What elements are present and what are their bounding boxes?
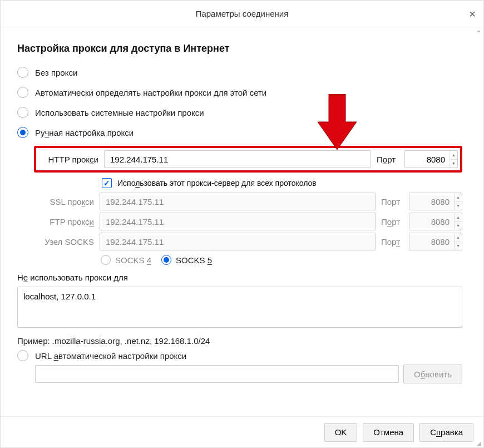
radio-icon xyxy=(101,255,111,265)
pac-url-input-row: Обновить xyxy=(35,365,462,383)
pac-url-input[interactable] xyxy=(35,365,399,383)
ftp-port-label: Порт xyxy=(381,217,403,227)
titlebar: Параметры соединения × xyxy=(1,1,483,27)
use-for-all-label: Использовать этот прокси-сервер для всех… xyxy=(117,179,317,188)
help-button[interactable]: Справка xyxy=(419,423,473,442)
ftp-port-input xyxy=(409,213,454,230)
socks-proxy-label: Узел SOCKS xyxy=(34,237,94,247)
http-port-label: Порт xyxy=(377,155,399,164)
ssl-port-input xyxy=(409,193,454,210)
page-heading: Настройка прокси для доступа в Интернет xyxy=(17,43,462,55)
ssl-port-spinner: ▲▼ xyxy=(409,193,462,210)
spinner-buttons: ▲▼ xyxy=(454,213,462,230)
ssl-proxy-host-input xyxy=(100,193,376,210)
radio-icon-checked xyxy=(17,127,28,138)
socks-version-group: SOCKS 4 SOCKS 5 xyxy=(101,255,462,265)
scrollbar[interactable]: ⌃ xyxy=(473,27,483,416)
cancel-button[interactable]: Отмена xyxy=(363,423,414,442)
scroll-up-icon[interactable]: ⌃ xyxy=(476,27,481,39)
radio-manual-proxy[interactable]: Ручная настройка прокси xyxy=(17,122,462,142)
ftp-port-spinner: ▲▼ xyxy=(409,213,462,230)
http-port-input[interactable] xyxy=(405,151,450,168)
radio-icon xyxy=(17,67,28,78)
ssl-port-label: Порт xyxy=(381,197,403,206)
dialog-footer: OK Отмена Справка ◢ xyxy=(1,416,483,447)
ok-button[interactable]: OK xyxy=(324,423,358,442)
socks-proxy-host-input xyxy=(100,233,376,250)
connection-settings-dialog: Параметры соединения × Настройка прокси … xyxy=(0,0,484,448)
http-proxy-host-input[interactable] xyxy=(104,150,371,168)
radio-label: Автоматически определять настройки прокс… xyxy=(35,88,266,97)
socks-port-label: Порт xyxy=(381,237,403,247)
radio-label: Без прокси xyxy=(35,68,77,77)
checkbox-checked-icon[interactable]: ✓ xyxy=(102,178,112,188)
manual-proxy-block: HTTP прокси Порт ▲▼ ✓ Использовать этот … xyxy=(34,146,462,265)
use-for-all-protocols-row[interactable]: ✓ Использовать этот прокси-сервер для вс… xyxy=(102,178,462,188)
socks5-label: SOCKS 5 xyxy=(176,255,212,265)
ssl-proxy-label: SSL прокси xyxy=(34,197,94,206)
http-proxy-highlight: HTTP прокси Порт ▲▼ xyxy=(34,146,462,173)
radio-label: Ручная настройка прокси xyxy=(35,128,134,137)
radio-socks4[interactable]: SOCKS 4 xyxy=(101,255,151,265)
content-area: Настройка прокси для доступа в Интернет … xyxy=(1,27,483,416)
spinner-buttons: ▲▼ xyxy=(454,193,462,210)
ftp-proxy-row: FTP прокси Порт ▲▼ xyxy=(34,213,462,230)
spinner-buttons[interactable]: ▲▼ xyxy=(450,151,457,168)
no-proxy-for-label: Не использовать прокси для xyxy=(17,273,462,282)
socks4-label: SOCKS 4 xyxy=(115,255,151,265)
no-proxy-textarea[interactable] xyxy=(17,287,462,328)
radio-auto-detect[interactable]: Автоматически определять настройки прокс… xyxy=(17,82,462,102)
close-icon[interactable]: × xyxy=(469,8,476,19)
radio-no-proxy[interactable]: Без прокси xyxy=(17,62,462,82)
example-text: Пример: .mozilla-russia.org, .net.nz, 19… xyxy=(17,336,462,346)
spin-up-icon[interactable]: ▲ xyxy=(450,151,457,160)
radio-socks5[interactable]: SOCKS 5 xyxy=(161,255,212,265)
radio-system-proxy[interactable]: Использовать системные настройки прокси xyxy=(17,102,462,122)
radio-pac-url[interactable]: URL автоматической настройки прокси xyxy=(17,350,462,361)
radio-icon xyxy=(17,87,28,98)
radio-icon xyxy=(17,107,28,118)
radio-icon xyxy=(17,350,28,361)
radio-label: Использовать системные настройки прокси xyxy=(35,108,204,117)
socks-port-spinner: ▲▼ xyxy=(409,233,462,250)
socks-port-input xyxy=(409,233,454,250)
ftp-proxy-label: FTP прокси xyxy=(34,217,94,227)
radio-label: URL автоматической настройки прокси xyxy=(35,351,186,361)
resize-grip-icon[interactable]: ◢ xyxy=(477,441,482,446)
spinner-buttons: ▲▼ xyxy=(454,233,462,250)
http-port-spinner[interactable]: ▲▼ xyxy=(404,150,458,168)
socks-proxy-row: Узел SOCKS Порт ▲▼ xyxy=(34,233,462,250)
radio-icon-checked xyxy=(161,255,171,265)
spin-down-icon[interactable]: ▼ xyxy=(450,160,457,168)
dialog-title: Параметры соединения xyxy=(196,9,289,18)
ftp-proxy-host-input xyxy=(100,213,376,230)
http-proxy-label: HTTP прокси xyxy=(38,155,98,164)
reload-button[interactable]: Обновить xyxy=(403,365,462,383)
ssl-proxy-row: SSL прокси Порт ▲▼ xyxy=(34,193,462,210)
